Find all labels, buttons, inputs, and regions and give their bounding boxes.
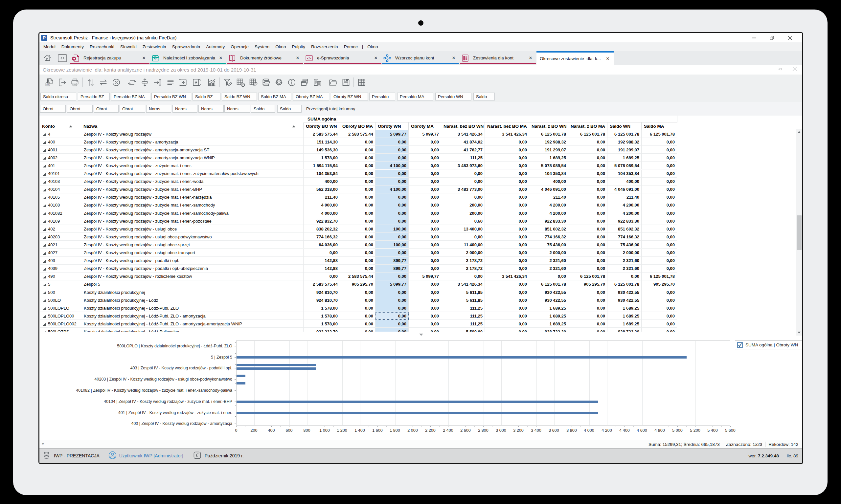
numeric-cell[interactable]: 0,00 (375, 320, 409, 328)
numeric-cell[interactable]: 0,00 (340, 162, 375, 169)
table-row-500[interactable]: 500Koszty działalności produkcyjnej924 8… (40, 288, 795, 296)
nazwa-cell[interactable]: Koszty działalności produkcyjnej - Łódź-… (81, 304, 303, 312)
numeric-cell[interactable]: 851 602,32 (608, 225, 642, 233)
column-chip[interactable]: Persaldo BZ MA (111, 93, 150, 101)
menu-item-dokumenty[interactable]: Dokumenty (58, 44, 87, 49)
column-chip[interactable]: Saldo BZ MA (258, 93, 291, 101)
column-header-saldo-ma[interactable]: Saldo MA (642, 123, 677, 130)
row-expand-icon[interactable] (43, 276, 46, 278)
numeric-cell[interactable]: 0,00 (485, 249, 529, 257)
column-chip[interactable]: Saldo okresu (40, 93, 76, 101)
konto-cell[interactable]: 40101 (40, 170, 81, 178)
column-chip[interactable]: Naras... (146, 105, 171, 113)
nazwa-cell[interactable]: Zespół IV - Koszty według rodzajów - pod… (81, 257, 303, 265)
menu-item-okno[interactable]: Okno (364, 44, 381, 49)
table-row-500LO[interactable]: 500LOKoszty działalności produkcyjnej - … (40, 296, 795, 304)
menu-item-system[interactable]: System (252, 44, 272, 49)
swap-columns-icon[interactable] (97, 76, 110, 89)
numeric-cell[interactable]: 0,00 (568, 154, 608, 162)
numeric-cell[interactable]: 4 100,00 (375, 185, 409, 193)
sql-export-icon[interactable]: SQL (43, 76, 55, 89)
konto-cell[interactable]: 4001 (40, 146, 81, 154)
konto-cell[interactable]: 40105 (40, 193, 81, 201)
numeric-cell[interactable]: 151 114,30 (303, 138, 340, 146)
column-chip[interactable]: Naras... (173, 105, 197, 113)
grid-more-rows-icon[interactable] (419, 334, 423, 336)
konto-cell[interactable]: 400 (40, 138, 81, 146)
numeric-cell[interactable]: 0,00 (642, 304, 677, 312)
row-expand-icon[interactable] (43, 181, 46, 183)
numeric-cell[interactable]: 0,00 (642, 320, 677, 328)
settings-gear-icon[interactable] (272, 76, 285, 89)
konto-cell[interactable]: 403 (40, 257, 81, 265)
numeric-cell[interactable]: 0,00 (485, 170, 529, 178)
numeric-cell[interactable]: 75 436,00 (608, 241, 642, 249)
numeric-cell[interactable]: 0,00 (409, 225, 441, 233)
nazwa-cell[interactable]: Zespół IV - Koszty według rodzajów - usł… (81, 233, 303, 241)
numeric-cell[interactable]: 0,00 (340, 225, 375, 233)
numeric-cell[interactable]: 400,00 (303, 178, 340, 185)
table-grid-icon[interactable] (355, 76, 368, 89)
numeric-cell[interactable]: 0,00 (375, 328, 409, 332)
column-chip[interactable]: Naras... (224, 105, 250, 113)
nazwa-cell[interactable]: Koszty działalności produkcyjnej - Łódź-… (81, 328, 303, 332)
numeric-cell[interactable]: 0,00 (409, 265, 441, 272)
table-row-500LOPLO[interactable]: 500LOPLOKoszty działalności produkcyjnej… (40, 304, 795, 312)
numeric-cell[interactable]: 111,25 (441, 312, 485, 320)
numeric-cell[interactable]: 0,00 (642, 138, 677, 146)
column-header-obroty-ma[interactable]: Obroty MA (409, 123, 441, 130)
table-row-4039[interactable]: 4039Zespół IV - Koszty według rodzajów -… (40, 265, 795, 273)
nazwa-cell[interactable]: Zespół IV - Koszty według rodzajów - zuż… (81, 185, 303, 193)
row-expand-icon[interactable] (43, 220, 46, 223)
numeric-cell[interactable]: 1 578,00 (303, 312, 340, 320)
numeric-cell[interactable]: 0,00 (340, 312, 375, 320)
numeric-cell[interactable]: 0,00 (375, 178, 409, 185)
numeric-cell[interactable]: 0,00 (642, 288, 677, 296)
numeric-cell[interactable]: 0,00 (409, 185, 441, 193)
numeric-cell[interactable]: 11 400,00 (441, 241, 485, 249)
tab-close-icon[interactable]: ✕ (605, 56, 611, 61)
numeric-cell[interactable]: 2 321,60 (608, 265, 642, 272)
numeric-cell[interactable]: 6 125 001,78 (608, 281, 642, 288)
numeric-cell[interactable]: 5 500,60 (441, 328, 485, 332)
numeric-cell[interactable]: 930 422,55 (608, 296, 642, 304)
nazwa-cell[interactable]: Zespół IV - Koszty według rodzajów - zuż… (81, 201, 303, 209)
nazwa-cell[interactable]: Zespół IV - Koszty według rodzajów - zuż… (81, 193, 303, 201)
save-icon[interactable] (339, 76, 352, 89)
konto-cell[interactable]: 40109 (40, 217, 81, 225)
numeric-cell[interactable]: 0,00 (409, 312, 441, 320)
column-header-obroty-wn[interactable]: Obroty WN (375, 123, 409, 130)
numeric-cell[interactable]: 0,00 (485, 146, 529, 154)
numeric-cell[interactable]: 0,00 (485, 233, 529, 241)
numeric-cell[interactable]: 0,00 (409, 288, 441, 296)
numeric-cell[interactable]: 4 000,00 (303, 201, 340, 209)
row-expand-icon[interactable] (43, 268, 46, 271)
nazwa-cell[interactable]: Zespół IV - Koszty według rodzajów - amo… (81, 146, 303, 154)
numeric-cell[interactable]: 0,00 (375, 201, 409, 209)
row-expand-icon[interactable] (43, 173, 46, 176)
numeric-cell[interactable]: 2 000,00 (608, 249, 642, 257)
numeric-cell[interactable]: 924 810,70 (303, 296, 340, 304)
numeric-cell[interactable]: 3 541 426,34 (485, 272, 529, 281)
fit-width-icon[interactable] (151, 76, 164, 89)
column-header-obroty-bo-wn[interactable]: Obroty BO WN (303, 123, 340, 130)
numeric-cell[interactable]: 0,00 (485, 185, 529, 193)
numeric-cell[interactable]: 0,00 (340, 154, 375, 162)
row-expand-icon[interactable] (43, 331, 46, 332)
column-chip[interactable]: Persaldo (369, 93, 395, 101)
numeric-cell[interactable]: 2 000,00 (441, 249, 485, 257)
row-expand-icon[interactable] (43, 307, 46, 310)
row-expand-icon[interactable] (43, 284, 46, 286)
clipboard-report-icon[interactable] (311, 76, 323, 89)
numeric-cell[interactable]: 0,00 (340, 241, 375, 249)
nazwa-cell[interactable]: Koszty działalności produkcyjnej - Łódź-… (81, 320, 303, 328)
table-row-40203[interactable]: 40203Zespół IV - Koszty według rodzajów … (40, 233, 795, 241)
numeric-cell[interactable]: 0,00 (409, 328, 441, 332)
numeric-cell[interactable]: 0,00 (375, 170, 409, 178)
numeric-cell[interactable]: 2 000,00 (529, 249, 568, 257)
numeric-cell[interactable]: 0,00 (485, 193, 529, 201)
table-row-401[interactable]: 401Zespół IV - Koszty według rodzajów - … (40, 162, 795, 170)
numeric-cell[interactable]: 6 125 001,78 (608, 130, 642, 138)
konto-cell[interactable]: 402 (40, 225, 81, 233)
numeric-cell[interactable]: 930 422,55 (608, 288, 642, 296)
